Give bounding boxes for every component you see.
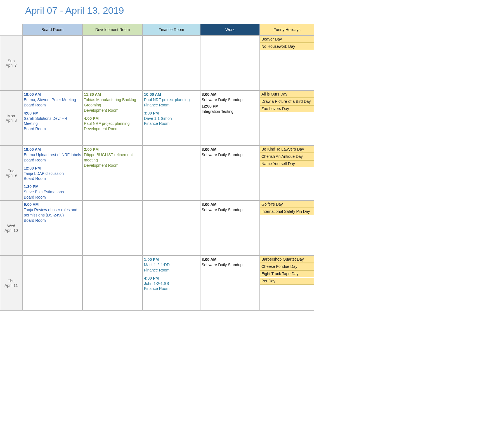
holiday-item[interactable]: Be Kind To Lawyers Day xyxy=(260,146,314,153)
cell-holidays[interactable]: Be Kind To Lawyers DayCherish An Antique… xyxy=(260,146,314,201)
event[interactable]: 1:00 PMMark 1-2-1:DDFinance Room xyxy=(144,257,199,273)
event[interactable]: 4:00 PMJohn 1-2-1:SSFinance Room xyxy=(144,276,199,292)
event-text: Board Room xyxy=(24,158,81,163)
day-date: April 11 xyxy=(1,283,21,288)
cell-work[interactable]: 8:00 AMSoftware Daily Standup xyxy=(200,146,260,201)
event[interactable]: 10:00 AMPaul NRF project planningFinance… xyxy=(144,92,199,108)
cell-fin[interactable]: 1:00 PMMark 1-2-1:DDFinance Room4:00 PMJ… xyxy=(143,256,200,311)
event-text: Software Daily Standup xyxy=(202,262,258,268)
event-text: Emma, Steven, Peter Meeting xyxy=(24,97,81,103)
event[interactable]: 11:30 AMTobias Manufacturing Backlog Gro… xyxy=(84,92,141,113)
event-time: 2:00 PM xyxy=(84,147,141,152)
holiday-item[interactable]: Cheese Fondue Day xyxy=(260,263,314,270)
event-text: Sarah Solutions Dev/ HR Meeting xyxy=(24,116,81,127)
cell-board[interactable] xyxy=(22,35,82,90)
holiday-item[interactable]: Zoo Lovers Day xyxy=(260,105,314,112)
holiday-item[interactable]: Pet Day xyxy=(260,278,314,285)
cell-board[interactable]: 10:00 AMEmma Upload rest of NRF labelsBo… xyxy=(22,146,82,201)
holiday-item[interactable]: All is Ours Day xyxy=(260,91,314,98)
event[interactable]: 9:00 AMTanja Review of user roles and pe… xyxy=(24,202,81,223)
column-header-board: Board Room xyxy=(22,24,82,35)
cell-work[interactable]: 8:00 AMSoftware Daily Standup12:00 PMInt… xyxy=(200,90,260,146)
cell-board[interactable] xyxy=(22,256,82,311)
event-text: Finance Room xyxy=(144,121,199,126)
event[interactable]: 8:00 AMSoftware Daily Standup xyxy=(202,147,258,158)
holiday-item[interactable]: Eight Track Tape Day xyxy=(260,270,314,277)
event-time: 1:30 PM xyxy=(24,184,81,189)
event[interactable]: 12:00 PMIntegration Testing xyxy=(202,104,258,114)
event-text: Finance Room xyxy=(144,103,199,108)
event-text: John 1-2-1:SS xyxy=(144,281,199,286)
event-time: 8:00 AM xyxy=(202,257,258,262)
holiday-item[interactable]: Golfer's Day xyxy=(260,201,314,208)
cell-holidays[interactable]: All is Ours DayDraw a Picture of a Bird … xyxy=(260,90,314,146)
cell-board[interactable]: 9:00 AMTanja Review of user roles and pe… xyxy=(22,201,82,256)
event[interactable]: 3:00 PMDave 1:1 SimonFinance Room xyxy=(144,111,199,127)
day-dow: Sun xyxy=(1,59,21,63)
holiday-item[interactable]: International Safety Pin Day xyxy=(260,208,314,215)
cell-work[interactable] xyxy=(200,35,260,90)
day-date: April 10 xyxy=(1,228,21,233)
event-text: Board Room xyxy=(24,218,81,223)
holiday-item[interactable]: Beaver Day xyxy=(260,36,314,43)
event[interactable]: 12:00 PMTanja LDAP discussionBoard Room xyxy=(24,166,81,182)
cell-fin[interactable] xyxy=(143,201,200,256)
event[interactable]: 2:00 PMFilippo BUGLIST refinement meetin… xyxy=(84,147,141,168)
column-header-funny: Funny Holidays xyxy=(260,24,314,35)
event-time: 12:00 PM xyxy=(202,104,258,109)
event[interactable]: 1:30 PMSteve Epic EstimationsBoard Room xyxy=(24,184,81,200)
cell-fin[interactable] xyxy=(143,35,200,90)
holiday-item[interactable]: Name Yourself Day xyxy=(260,160,314,167)
header-blank xyxy=(0,24,22,35)
day-label: ThuApril 11 xyxy=(0,256,22,311)
day-label: TueApril 9 xyxy=(0,146,22,201)
cell-work[interactable]: 8:00 AMSoftware Daily Standup xyxy=(200,256,260,311)
event[interactable]: 8:00 AMSoftware Daily Standup xyxy=(202,257,258,268)
holiday-item[interactable]: Cherish An Antique Day xyxy=(260,153,314,160)
cell-board[interactable]: 10:00 AMEmma, Steven, Peter MeetingBoard… xyxy=(22,90,82,146)
event-text: Dave 1:1 Simon xyxy=(144,116,199,121)
cell-holidays[interactable]: Barbershop Quartet DayCheese Fondue DayE… xyxy=(260,256,314,311)
event-text: Finance Room xyxy=(144,286,199,291)
cell-dev[interactable]: 2:00 PMFilippo BUGLIST refinement meetin… xyxy=(82,146,143,201)
column-header-work: Work xyxy=(200,24,260,35)
holiday-item[interactable]: No Housework Day xyxy=(260,43,314,50)
cell-dev[interactable] xyxy=(82,201,143,256)
day-label: SunApril 7 xyxy=(0,35,22,90)
cell-work[interactable]: 8:00 AMSoftware Daily Standup xyxy=(200,201,260,256)
event[interactable]: 4:00 PMSarah Solutions Dev/ HR MeetingBo… xyxy=(24,111,81,132)
event[interactable]: 4:00 PMPaul NRF project planningDevelopm… xyxy=(84,116,141,132)
event-text: Software Daily Standup xyxy=(202,97,258,103)
day-dow: Mon xyxy=(1,114,21,118)
event-text: Software Daily Standup xyxy=(202,207,258,213)
event[interactable]: 10:00 AMEmma Upload rest of NRF labelsBo… xyxy=(24,147,81,163)
event-time: 4:00 PM xyxy=(24,111,81,116)
day-label: WedApril 10 xyxy=(0,201,22,256)
cell-holidays[interactable]: Beaver DayNo Housework Day xyxy=(260,35,314,90)
event[interactable]: 8:00 AMSoftware Daily Standup xyxy=(202,92,258,103)
event-text: Steve Epic Estimations xyxy=(24,189,81,195)
cell-dev[interactable]: 11:30 AMTobias Manufacturing Backlog Gro… xyxy=(82,90,143,146)
event-time: 4:00 PM xyxy=(84,116,141,121)
event[interactable]: 8:00 AMSoftware Daily Standup xyxy=(202,202,258,213)
event-text: Board Room xyxy=(24,103,81,108)
day-dow: Thu xyxy=(1,279,21,283)
event-text: Mark 1-2-1:DD xyxy=(144,262,199,268)
cell-fin[interactable]: 10:00 AMPaul NRF project planningFinance… xyxy=(143,90,200,146)
cell-dev[interactable] xyxy=(82,256,143,311)
event-time: 11:30 AM xyxy=(84,92,141,97)
holiday-item[interactable]: Draw a Picture of a Bird Day xyxy=(260,98,314,105)
event-time: 12:00 PM xyxy=(24,166,81,171)
cell-holidays[interactable]: Golfer's DayInternational Safety Pin Day xyxy=(260,201,314,256)
event-text: Board Room xyxy=(24,195,81,200)
cell-dev[interactable] xyxy=(82,35,143,90)
holiday-item[interactable]: Barbershop Quartet Day xyxy=(260,256,314,263)
day-date: April 7 xyxy=(1,63,21,68)
event-time: 4:00 PM xyxy=(144,276,199,281)
event[interactable]: 10:00 AMEmma, Steven, Peter MeetingBoard… xyxy=(24,92,81,108)
event-time: 10:00 AM xyxy=(24,92,81,97)
cell-fin[interactable] xyxy=(143,146,200,201)
event-text: Paul NRF project planning xyxy=(84,121,141,126)
event-time: 8:00 AM xyxy=(202,147,258,152)
event-text: Filippo BUGLIST refinement meeting xyxy=(84,152,141,163)
